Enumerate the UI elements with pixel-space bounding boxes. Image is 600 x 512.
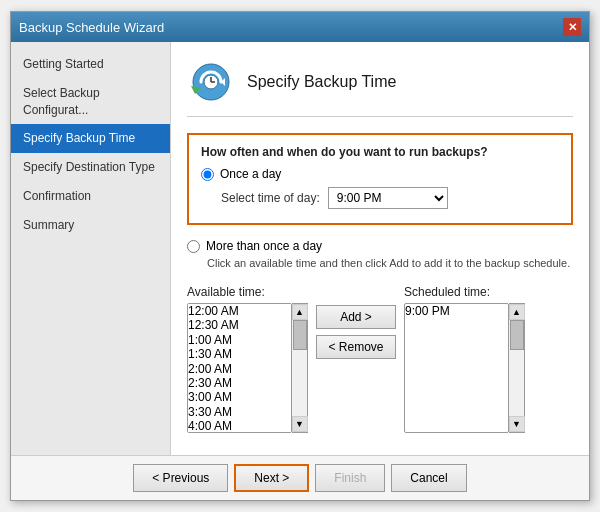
select-time-row: Select time of day: 12:00 AM12:30 AM1:00…: [221, 187, 559, 209]
add-remove-buttons: Add > < Remove: [316, 305, 396, 359]
sidebar-item-specify-destination[interactable]: Specify Destination Type: [11, 153, 170, 182]
remove-button[interactable]: < Remove: [316, 335, 396, 359]
sidebar: Getting StartedSelect Backup Configurat.…: [11, 42, 171, 455]
add-button[interactable]: Add >: [316, 305, 396, 329]
next-button[interactable]: Next >: [234, 464, 309, 492]
time-select[interactable]: 12:00 AM12:30 AM1:00 AM1:30 AM2:00 AM2:3…: [328, 187, 448, 209]
once-a-day-label: Once a day: [220, 167, 281, 181]
scroll-track: [293, 320, 307, 416]
available-times-list[interactable]: 12:00 AM12:30 AM1:00 AM1:30 AM2:00 AM2:3…: [187, 303, 292, 433]
scheduled-scroll-track: [510, 320, 524, 416]
help-text: Click an available time and then click A…: [207, 257, 573, 269]
title-bar: Backup Schedule Wizard ✕: [11, 12, 589, 42]
once-a-day-radio[interactable]: [201, 168, 214, 181]
window-title: Backup Schedule Wizard: [19, 20, 164, 35]
finish-button[interactable]: Finish: [315, 464, 385, 492]
available-times-section: Available time: 12:00 AM12:30 AM1:00 AM1…: [187, 285, 308, 433]
backup-time-icon: [187, 58, 235, 106]
section-question: How often and when do you want to run ba…: [201, 145, 559, 159]
more-than-once-label: More than once a day: [206, 239, 322, 253]
more-than-once-section: More than once a day Click an available …: [187, 239, 573, 277]
sidebar-item-select-backup[interactable]: Select Backup Configurat...: [11, 79, 170, 125]
sidebar-item-getting-started[interactable]: Getting Started: [11, 50, 170, 79]
once-a-day-row: Once a day: [201, 167, 559, 181]
scheduled-scroll-down[interactable]: ▼: [509, 416, 525, 432]
scheduled-scroll-up[interactable]: ▲: [509, 304, 525, 320]
scheduled-times-section: Scheduled time: 9:00 PM ▲ ▼: [404, 285, 525, 433]
page-header: Specify Backup Time: [187, 58, 573, 117]
lists-container: Available time: 12:00 AM12:30 AM1:00 AM1…: [187, 285, 573, 433]
scheduled-scrollbar: ▲ ▼: [509, 303, 525, 433]
close-button[interactable]: ✕: [563, 18, 581, 36]
sidebar-item-summary[interactable]: Summary: [11, 211, 170, 240]
scheduled-times-list[interactable]: 9:00 PM: [404, 303, 509, 433]
once-a-day-section: How often and when do you want to run ba…: [187, 133, 573, 225]
scheduled-scroll-thumb[interactable]: [510, 320, 524, 350]
available-scrollbar: ▲ ▼: [292, 303, 308, 433]
select-time-label: Select time of day:: [221, 191, 320, 205]
footer: < Previous Next > Finish Cancel: [11, 455, 589, 500]
scheduled-time-label: Scheduled time:: [404, 285, 525, 299]
available-time-label: Available time:: [187, 285, 308, 299]
wizard-window: Backup Schedule Wizard ✕ Getting Started…: [10, 11, 590, 501]
main-panel: Specify Backup Time How often and when d…: [171, 42, 589, 455]
scroll-down-arrow[interactable]: ▼: [292, 416, 308, 432]
cancel-button[interactable]: Cancel: [391, 464, 466, 492]
previous-button[interactable]: < Previous: [133, 464, 228, 492]
more-than-once-radio[interactable]: [187, 240, 200, 253]
more-than-once-row: More than once a day: [187, 239, 573, 253]
content-area: Getting StartedSelect Backup Configurat.…: [11, 42, 589, 455]
scroll-up-arrow[interactable]: ▲: [292, 304, 308, 320]
scroll-thumb[interactable]: [293, 320, 307, 350]
sidebar-item-specify-backup-time[interactable]: Specify Backup Time: [11, 124, 170, 153]
sidebar-item-confirmation[interactable]: Confirmation: [11, 182, 170, 211]
page-title: Specify Backup Time: [247, 73, 396, 91]
